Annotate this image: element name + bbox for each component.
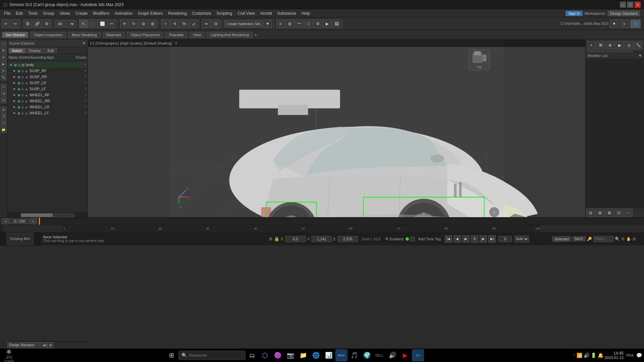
modifier-dropdown-arrow[interactable]: ▼ bbox=[638, 54, 642, 58]
tab-populate[interactable]: Populate bbox=[165, 32, 187, 38]
menu-civil-view[interactable]: Civil View bbox=[235, 10, 258, 16]
menu-graph-editors[interactable]: Graph Editors bbox=[135, 10, 165, 16]
rp-bottom-btn3[interactable]: ⊠ bbox=[605, 208, 614, 217]
rotate-button[interactable]: ↻ bbox=[129, 19, 138, 28]
taskbar-3dsmax2-icon[interactable]: 3D bbox=[412, 349, 424, 361]
menu-group[interactable]: Group bbox=[40, 10, 57, 16]
tab-view[interactable]: View bbox=[190, 32, 205, 38]
quad-toggle-icon[interactable]: ⊞ bbox=[1, 107, 7, 113]
enabled-checkbox[interactable] bbox=[410, 237, 415, 241]
taskbar-lightroom-icon[interactable]: 📊 bbox=[323, 349, 335, 361]
more-tabs-button[interactable]: » bbox=[255, 33, 257, 37]
show-hidden-icons[interactable]: ^ bbox=[574, 354, 575, 357]
x-field[interactable] bbox=[285, 236, 306, 242]
taskbar-browser-icon[interactable]: 🌐 bbox=[310, 349, 322, 361]
scene-item-susp-lr[interactable]: ▶ ◉ ◎ ▲ SUSP_LR ❄ bbox=[8, 80, 87, 86]
layer-manager-button[interactable]: ≡ bbox=[276, 19, 285, 28]
scene-item-body[interactable]: ▶ ◉ ◎ ▦ body ❄ bbox=[8, 62, 87, 68]
current-frame-input[interactable] bbox=[498, 236, 512, 242]
create-selection-set-button[interactable]: Create Selection Set bbox=[224, 20, 263, 27]
material-editor-button[interactable]: ⬡ bbox=[304, 19, 313, 28]
search-bar[interactable]: 🔍 Recherche bbox=[178, 351, 246, 360]
select-region-button[interactable]: ⬚ bbox=[89, 19, 97, 28]
menu-file[interactable]: File bbox=[1, 10, 13, 16]
go-start-button[interactable]: |◀ bbox=[445, 235, 452, 243]
container-icon[interactable]: ⊟ bbox=[1, 97, 7, 103]
taskbar-explorer-icon[interactable]: 🗂 bbox=[246, 349, 258, 361]
render-setup-button[interactable]: ⚙ bbox=[314, 19, 322, 28]
rp-hierarchy-btn[interactable]: ⊕ bbox=[606, 41, 614, 50]
filter-search-icon[interactable]: 🔍 bbox=[615, 237, 620, 241]
taskbar-folder-icon[interactable]: 📁 bbox=[297, 349, 309, 361]
menu-substance[interactable]: Substance bbox=[275, 10, 299, 16]
scene-tab-select[interactable]: Select bbox=[9, 48, 25, 53]
tab-basic-modeling[interactable]: Basic Modeling bbox=[68, 32, 101, 38]
menu-rendering[interactable]: Rendering bbox=[165, 10, 189, 16]
scene-item-wheel-rr[interactable]: ▶ ◉ ◎ ▲ WHEEL_RR ❄ bbox=[8, 98, 87, 104]
scene-tab-edit[interactable]: Edit bbox=[45, 48, 57, 53]
menu-customize[interactable]: Customize bbox=[190, 10, 214, 16]
scripting-mini-button[interactable]: Scripting Mini bbox=[7, 233, 34, 245]
scene-item-wheel-rf[interactable]: ▶ ◉ ◎ ▲ WHEEL_RF ❄ bbox=[8, 92, 87, 98]
user-account-button[interactable]: 👤 bbox=[630, 19, 641, 28]
go-end-button[interactable]: ▶| bbox=[488, 235, 496, 243]
battery-icon[interactable]: 🔋 bbox=[591, 353, 596, 358]
undo-button[interactable]: ↩ bbox=[1, 19, 10, 28]
link-button[interactable]: ⛓ bbox=[23, 19, 32, 28]
render-type-button[interactable]: 🖼 bbox=[332, 19, 341, 28]
motion-panel-icon[interactable]: ▶ bbox=[1, 61, 7, 67]
scene-panel-scrollbar[interactable] bbox=[7, 213, 88, 217]
mirror-button[interactable]: ⇔ bbox=[202, 19, 211, 28]
xview-icon[interactable]: ☰ bbox=[1, 113, 7, 119]
key-mode-icon[interactable]: 🔑 bbox=[587, 237, 592, 241]
taskbar-app13-icon[interactable]: ▶ bbox=[399, 349, 411, 361]
scale-button[interactable]: ⧉ bbox=[139, 19, 148, 28]
scene-tab-display[interactable]: Display bbox=[26, 48, 44, 53]
filter-hand-icon[interactable]: ✋ bbox=[626, 237, 631, 241]
taskbar-edge-icon[interactable]: ⬡ bbox=[259, 349, 271, 361]
hierarchy-panel-icon[interactable]: ⊕ bbox=[1, 54, 7, 60]
viewport-plus[interactable]: [+] bbox=[90, 41, 94, 45]
files-icon[interactable]: 📁 bbox=[1, 127, 7, 133]
align-button[interactable]: ⊟ bbox=[211, 19, 220, 28]
enabled-icon[interactable]: ⚙ bbox=[385, 237, 388, 241]
clock-widget[interactable]: 14:45 2023-01-13 bbox=[605, 351, 624, 360]
scene-panel-close-button[interactable]: ✕ bbox=[82, 41, 86, 46]
viewport-quality[interactable]: [High Quality] bbox=[120, 41, 142, 45]
taskbar-chrome-icon[interactable]: 🌍 bbox=[361, 349, 373, 361]
move-button[interactable]: ✛ bbox=[120, 19, 129, 28]
workspace-dropdown[interactable]: Design Standard bbox=[608, 11, 640, 16]
scene-item-susp-lf[interactable]: ▶ ◉ ◎ ▲ SUSP_LF ❄ bbox=[8, 86, 87, 92]
prev-frame-button[interactable]: ◀ bbox=[453, 235, 461, 243]
menu-help[interactable]: Help bbox=[299, 10, 313, 16]
design-standard-settings[interactable]: ⚙ bbox=[48, 342, 54, 348]
unlink-button[interactable]: 🔗 bbox=[33, 19, 42, 28]
minimize-button[interactable]: – bbox=[620, 2, 626, 8]
utilities-panel-icon[interactable]: 🔧 bbox=[1, 74, 7, 80]
rp-bottom-btn2[interactable]: ⊞ bbox=[596, 208, 604, 217]
menu-modifiers[interactable]: Modifiers bbox=[90, 10, 112, 16]
play-button[interactable]: ▶ bbox=[462, 235, 470, 243]
maximize-button[interactable]: □ bbox=[627, 2, 633, 8]
start-button[interactable]: ⊞ bbox=[166, 349, 178, 361]
notification-icon[interactable]: 🔔 bbox=[598, 353, 603, 358]
taskbar-app-icon[interactable]: 🔊 bbox=[386, 349, 398, 361]
timeline-track[interactable] bbox=[39, 218, 644, 225]
bind-button[interactable]: ⚙ bbox=[42, 19, 51, 28]
percent-snap-button[interactable]: % bbox=[180, 19, 189, 28]
prev-button[interactable]: ◁ bbox=[2, 218, 9, 224]
network-icon[interactable]: 📶 bbox=[577, 353, 582, 358]
rp-motion-btn[interactable]: ▶ bbox=[615, 41, 624, 50]
layer-icon[interactable]: ⧉ bbox=[1, 90, 7, 97]
filter-expand-icon[interactable]: ⊞ bbox=[633, 237, 636, 241]
next-button[interactable]: ▷ bbox=[30, 218, 37, 224]
menu-tools[interactable]: Tools bbox=[25, 10, 40, 16]
sign-in-button[interactable]: Sign In bbox=[566, 11, 582, 16]
menu-scripting[interactable]: Scripting bbox=[214, 10, 235, 16]
weather-widget[interactable]: ❄ -2°C Il neige bbox=[2, 348, 16, 362]
menu-edit[interactable]: Edit bbox=[13, 10, 25, 16]
filter-settings-icon[interactable]: ⚙ bbox=[621, 237, 625, 241]
add-time-tag-button[interactable]: Add Time Tag bbox=[416, 237, 441, 241]
scale-uniform-button[interactable]: ⊞ bbox=[148, 19, 157, 28]
taskbar-photos-icon[interactable]: 📷 bbox=[284, 349, 297, 361]
